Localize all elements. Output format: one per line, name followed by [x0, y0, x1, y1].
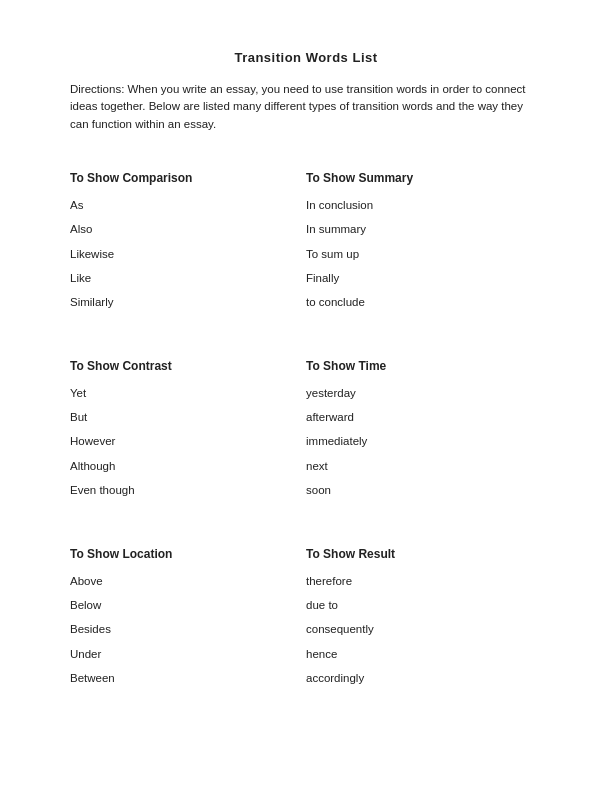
list-item: Like — [70, 266, 306, 290]
top-sections: To Show Comparison As Also Likewise Like… — [70, 161, 542, 339]
list-item: Below — [70, 593, 306, 617]
summary-section: To Show Summary In conclusion In summary… — [306, 161, 542, 339]
list-item: To sum up — [306, 242, 542, 266]
contrast-section: To Show Contrast Yet But However Althoug… — [70, 349, 306, 527]
time-heading: To Show Time — [306, 359, 542, 373]
list-item: Even though — [70, 478, 306, 502]
list-item: As — [70, 193, 306, 217]
list-item: Besides — [70, 617, 306, 641]
list-item: consequently — [306, 617, 542, 641]
time-section: To Show Time yesterday afterward immedia… — [306, 349, 542, 527]
list-item: accordingly — [306, 666, 542, 690]
bottom-sections: To Show Location Above Below Besides Und… — [70, 537, 542, 715]
location-heading: To Show Location — [70, 547, 306, 561]
list-item: Similarly — [70, 290, 306, 314]
list-item: yesterday — [306, 381, 542, 405]
directions-text: Directions: When you write an essay, you… — [70, 81, 542, 133]
list-item: In conclusion — [306, 193, 542, 217]
list-item: due to — [306, 593, 542, 617]
list-item: But — [70, 405, 306, 429]
list-item: Above — [70, 569, 306, 593]
list-item: Although — [70, 454, 306, 478]
result-heading: To Show Result — [306, 547, 542, 561]
list-item: Under — [70, 642, 306, 666]
contrast-heading: To Show Contrast — [70, 359, 306, 373]
list-item: therefore — [306, 569, 542, 593]
list-item: However — [70, 429, 306, 453]
list-item: hence — [306, 642, 542, 666]
middle-sections: To Show Contrast Yet But However Althoug… — [70, 349, 542, 527]
list-item: Finally — [306, 266, 542, 290]
comparison-section: To Show Comparison As Also Likewise Like… — [70, 161, 306, 339]
result-section: To Show Result therefore due to conseque… — [306, 537, 542, 715]
list-item: In summary — [306, 217, 542, 241]
list-item: soon — [306, 478, 542, 502]
list-item: Between — [70, 666, 306, 690]
list-item: Yet — [70, 381, 306, 405]
location-section: To Show Location Above Below Besides Und… — [70, 537, 306, 715]
summary-heading: To Show Summary — [306, 171, 542, 185]
list-item: next — [306, 454, 542, 478]
page-title: Transition Words List — [70, 50, 542, 65]
list-item: to conclude — [306, 290, 542, 314]
comparison-heading: To Show Comparison — [70, 171, 306, 185]
list-item: afterward — [306, 405, 542, 429]
list-item: immediately — [306, 429, 542, 453]
list-item: Likewise — [70, 242, 306, 266]
page: Transition Words List Directions: When y… — [0, 0, 612, 792]
list-item: Also — [70, 217, 306, 241]
